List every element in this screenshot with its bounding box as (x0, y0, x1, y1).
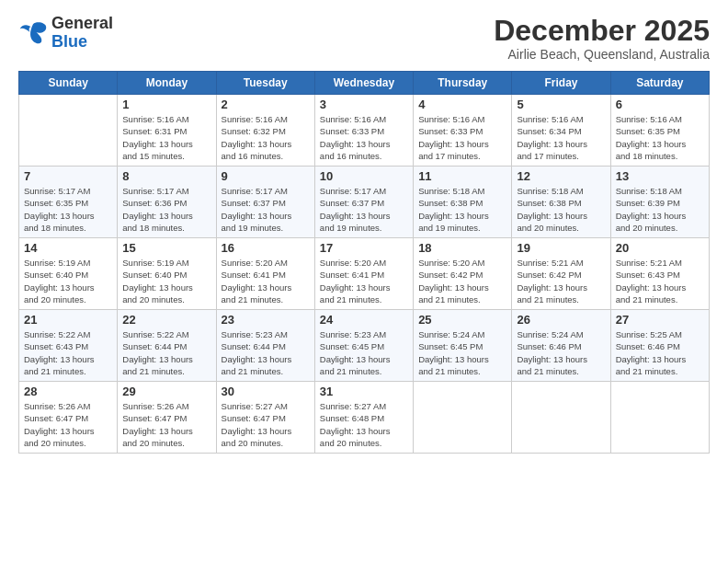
day-number: 10 (320, 169, 408, 183)
calendar-cell: 29Sunrise: 5:26 AMSunset: 6:47 PMDayligh… (118, 382, 216, 454)
calendar-cell: 24Sunrise: 5:23 AMSunset: 6:45 PMDayligh… (314, 310, 413, 382)
day-number: 19 (517, 241, 605, 255)
calendar-cell: 16Sunrise: 5:20 AMSunset: 6:41 PMDayligh… (216, 238, 314, 310)
day-number: 1 (122, 98, 210, 111)
calendar-cell: 17Sunrise: 5:20 AMSunset: 6:41 PMDayligh… (314, 238, 413, 310)
day-number: 12 (517, 169, 605, 183)
day-number: 4 (418, 98, 506, 111)
day-info: Sunrise: 5:27 AMSunset: 6:48 PMDaylight:… (320, 400, 408, 449)
day-number: 2 (222, 98, 310, 111)
day-number: 24 (320, 313, 408, 327)
calendar-cell: 25Sunrise: 5:24 AMSunset: 6:45 PMDayligh… (414, 310, 512, 382)
calendar-cell: 18Sunrise: 5:20 AMSunset: 6:42 PMDayligh… (414, 238, 512, 310)
day-info: Sunrise: 5:18 AMSunset: 6:38 PMDaylight:… (517, 185, 605, 234)
calendar-cell (414, 382, 512, 454)
day-number: 28 (24, 385, 112, 398)
calendar-cell: 15Sunrise: 5:19 AMSunset: 6:40 PMDayligh… (118, 238, 216, 310)
day-number: 5 (517, 98, 605, 111)
calendar-cell: 20Sunrise: 5:21 AMSunset: 6:43 PMDayligh… (610, 238, 709, 310)
day-info: Sunrise: 5:17 AMSunset: 6:37 PMDaylight:… (222, 185, 310, 234)
logo: General Blue (18, 15, 113, 52)
month-title: December 2025 (494, 15, 710, 47)
calendar-cell (512, 382, 610, 454)
day-info: Sunrise: 5:19 AMSunset: 6:40 PMDaylight:… (24, 257, 112, 305)
day-number: 30 (222, 385, 310, 398)
day-number: 15 (122, 241, 210, 255)
day-number: 23 (222, 313, 310, 327)
day-info: Sunrise: 5:20 AMSunset: 6:41 PMDaylight:… (320, 257, 408, 305)
calendar-cell: 23Sunrise: 5:23 AMSunset: 6:44 PMDayligh… (216, 310, 314, 382)
day-info: Sunrise: 5:16 AMSunset: 6:31 PMDaylight:… (122, 113, 210, 162)
day-number: 9 (222, 169, 310, 183)
day-info: Sunrise: 5:24 AMSunset: 6:46 PMDaylight:… (517, 328, 605, 377)
day-info: Sunrise: 5:24 AMSunset: 6:45 PMDaylight:… (418, 328, 506, 377)
day-info: Sunrise: 5:17 AMSunset: 6:35 PMDaylight:… (24, 185, 112, 234)
calendar-header-row: SundayMondayTuesdayWednesdayThursdayFrid… (19, 72, 710, 95)
calendar-cell: 13Sunrise: 5:18 AMSunset: 6:39 PMDayligh… (610, 167, 709, 238)
day-info: Sunrise: 5:26 AMSunset: 6:47 PMDaylight:… (24, 400, 112, 449)
calendar-week-2: 7Sunrise: 5:17 AMSunset: 6:35 PMDaylight… (19, 167, 710, 238)
day-info: Sunrise: 5:18 AMSunset: 6:38 PMDaylight:… (418, 185, 506, 234)
day-info: Sunrise: 5:22 AMSunset: 6:43 PMDaylight:… (24, 328, 112, 377)
logo-general: General (51, 14, 113, 32)
calendar-week-1: 1Sunrise: 5:16 AMSunset: 6:31 PMDaylight… (19, 95, 710, 167)
day-number: 27 (616, 313, 704, 327)
day-info: Sunrise: 5:20 AMSunset: 6:41 PMDaylight:… (222, 257, 310, 305)
day-info: Sunrise: 5:21 AMSunset: 6:42 PMDaylight:… (517, 257, 605, 305)
calendar-cell (19, 95, 118, 167)
location: Airlie Beach, Queensland, Australia (494, 47, 710, 62)
calendar-cell: 2Sunrise: 5:16 AMSunset: 6:32 PMDaylight… (216, 95, 314, 167)
calendar-header-thursday: Thursday (414, 72, 512, 95)
calendar-week-3: 14Sunrise: 5:19 AMSunset: 6:40 PMDayligh… (19, 238, 710, 310)
calendar-cell: 1Sunrise: 5:16 AMSunset: 6:31 PMDaylight… (118, 95, 216, 167)
day-info: Sunrise: 5:16 AMSunset: 6:33 PMDaylight:… (320, 113, 408, 162)
calendar-cell: 19Sunrise: 5:21 AMSunset: 6:42 PMDayligh… (512, 238, 610, 310)
day-number: 20 (616, 241, 704, 255)
day-info: Sunrise: 5:19 AMSunset: 6:40 PMDaylight:… (122, 257, 210, 305)
calendar-cell (610, 382, 709, 454)
day-number: 6 (616, 98, 704, 111)
logo-text: General Blue (51, 15, 113, 52)
calendar-cell: 5Sunrise: 5:16 AMSunset: 6:34 PMDaylight… (512, 95, 610, 167)
calendar-cell: 10Sunrise: 5:17 AMSunset: 6:37 PMDayligh… (314, 167, 413, 238)
page: General Blue December 2025 Airlie Beach,… (0, 0, 728, 563)
calendar-cell: 3Sunrise: 5:16 AMSunset: 6:33 PMDaylight… (314, 95, 413, 167)
calendar-header-sunday: Sunday (19, 72, 118, 95)
calendar-cell: 26Sunrise: 5:24 AMSunset: 6:46 PMDayligh… (512, 310, 610, 382)
calendar-cell: 21Sunrise: 5:22 AMSunset: 6:43 PMDayligh… (19, 310, 118, 382)
calendar-header-wednesday: Wednesday (314, 72, 413, 95)
calendar-cell: 12Sunrise: 5:18 AMSunset: 6:38 PMDayligh… (512, 167, 610, 238)
logo-icon (18, 20, 48, 46)
calendar-cell: 28Sunrise: 5:26 AMSunset: 6:47 PMDayligh… (19, 382, 118, 454)
day-number: 22 (122, 313, 210, 327)
day-info: Sunrise: 5:27 AMSunset: 6:47 PMDaylight:… (222, 400, 310, 449)
calendar-cell: 22Sunrise: 5:22 AMSunset: 6:44 PMDayligh… (118, 310, 216, 382)
calendar-header-monday: Monday (118, 72, 216, 95)
calendar-cell: 7Sunrise: 5:17 AMSunset: 6:35 PMDaylight… (19, 167, 118, 238)
calendar-header-friday: Friday (512, 72, 610, 95)
day-info: Sunrise: 5:16 AMSunset: 6:34 PMDaylight:… (517, 113, 605, 162)
day-number: 26 (517, 313, 605, 327)
day-info: Sunrise: 5:18 AMSunset: 6:39 PMDaylight:… (616, 185, 704, 234)
day-info: Sunrise: 5:23 AMSunset: 6:45 PMDaylight:… (320, 328, 408, 377)
day-number: 18 (418, 241, 506, 255)
title-block: December 2025 Airlie Beach, Queensland, … (494, 15, 710, 62)
day-number: 16 (222, 241, 310, 255)
day-info: Sunrise: 5:22 AMSunset: 6:44 PMDaylight:… (122, 328, 210, 377)
day-info: Sunrise: 5:20 AMSunset: 6:42 PMDaylight:… (418, 257, 506, 305)
day-number: 8 (122, 169, 210, 183)
day-info: Sunrise: 5:23 AMSunset: 6:44 PMDaylight:… (222, 328, 310, 377)
logo-blue-text: Blue (51, 32, 87, 51)
calendar-cell: 27Sunrise: 5:25 AMSunset: 6:46 PMDayligh… (610, 310, 709, 382)
day-number: 13 (616, 169, 704, 183)
day-info: Sunrise: 5:16 AMSunset: 6:32 PMDaylight:… (222, 113, 310, 162)
calendar-cell: 14Sunrise: 5:19 AMSunset: 6:40 PMDayligh… (19, 238, 118, 310)
calendar-week-4: 21Sunrise: 5:22 AMSunset: 6:43 PMDayligh… (19, 310, 710, 382)
day-number: 29 (122, 385, 210, 398)
day-info: Sunrise: 5:26 AMSunset: 6:47 PMDaylight:… (122, 400, 210, 449)
calendar-cell: 9Sunrise: 5:17 AMSunset: 6:37 PMDaylight… (216, 167, 314, 238)
day-number: 3 (320, 98, 408, 111)
calendar-cell: 11Sunrise: 5:18 AMSunset: 6:38 PMDayligh… (414, 167, 512, 238)
calendar: SundayMondayTuesdayWednesdayThursdayFrid… (18, 71, 710, 454)
calendar-cell: 30Sunrise: 5:27 AMSunset: 6:47 PMDayligh… (216, 382, 314, 454)
